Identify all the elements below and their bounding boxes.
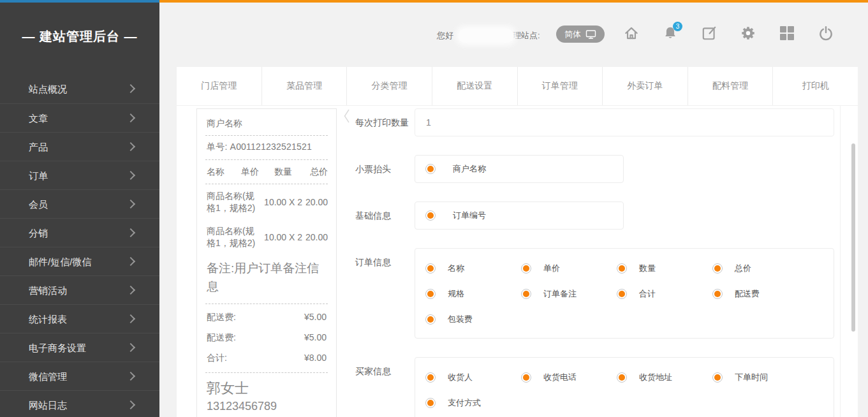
radio-option-收货地址[interactable]: 收货地址 — [617, 365, 712, 390]
receipt-fee-row: 配送费: ¥5.00 — [205, 307, 328, 328]
sidebar-item-站点概况[interactable]: 站点概况 — [0, 75, 159, 103]
radio-option-label: 名称 — [448, 263, 464, 274]
print-count-row: 每次打印数量 — [348, 108, 840, 136]
radio-option-label: 收货地址 — [639, 372, 672, 383]
radio-selected-icon[interactable] — [521, 372, 531, 383]
tab-分类管理[interactable]: 分类管理 — [346, 67, 432, 105]
sidebar-item-营销活动[interactable]: 营销活动 — [0, 275, 159, 304]
chevron-right-icon — [126, 200, 135, 208]
radio-selected-icon[interactable] — [425, 263, 436, 274]
chevron-right-icon — [126, 314, 135, 323]
header-icons: 3 — [622, 24, 835, 42]
greeting: 您好 管理站点: — [437, 29, 540, 43]
fee-label: 合计: — [207, 353, 227, 364]
radio-option-单价[interactable]: 单价 — [521, 256, 617, 281]
tab-门店管理[interactable]: 门店管理 — [177, 67, 261, 105]
sidebar-item-邮件/短信/微信[interactable]: 邮件/短信/微信 — [0, 247, 159, 275]
radio-option-商户名称[interactable]: 商户名称 — [425, 163, 486, 175]
radio-option-label: 收货人 — [448, 372, 473, 383]
fee-value: ¥5.00 — [304, 332, 327, 344]
tab-外卖订单[interactable]: 外卖订单 — [602, 67, 688, 105]
vertical-scrollbar[interactable] — [851, 143, 855, 332]
printer-settings-form: 每次打印数量 小票抬头 商户名称 基础信息 订单编号 订单信息 名称 单价 数量… — [348, 105, 840, 417]
print-count-input[interactable] — [415, 108, 834, 136]
receipt-fee-row: 合计: ¥8.00 — [205, 348, 328, 369]
tab-菜品管理[interactable]: 菜品管理 — [261, 67, 347, 105]
radio-option-数量[interactable]: 数量 — [617, 256, 712, 281]
receipt-fees: 配送费: ¥5.00 配送费: ¥5.00 合计: ¥8.00 — [205, 304, 328, 373]
chevron-right-icon — [126, 228, 135, 237]
radio-option-订单编号[interactable]: 订单编号 — [425, 210, 486, 221]
radio-option-配送费[interactable]: 配送费 — [712, 281, 808, 307]
radio-selected-icon[interactable] — [425, 314, 436, 325]
radio-selected-icon[interactable] — [712, 263, 723, 274]
chevron-right-icon — [126, 372, 135, 381]
radio-selected-icon[interactable] — [425, 289, 436, 299]
option-grid: 名称 单价 数量 总价 规格 订单备注 合计 配送费 包装费 — [425, 256, 834, 332]
radio-option-label: 数量 — [639, 263, 656, 274]
radio-option-名称[interactable]: 名称 — [425, 256, 521, 281]
radio-option-包装费[interactable]: 包装费 — [425, 307, 521, 332]
receipt-column-header: 总价 — [306, 166, 328, 178]
sidebar-item-label: 邮件/短信/微信 — [29, 256, 91, 267]
receipt-item-row: 商品名称(规格1，规格2) 10.00 X 2 20.00 — [205, 184, 328, 219]
item-total: 20.00 — [305, 197, 328, 207]
radio-option-收货电话[interactable]: 收货电话 — [521, 365, 617, 390]
radio-selected-icon[interactable] — [617, 372, 627, 383]
radio-option-总价[interactable]: 总价 — [712, 256, 808, 281]
sidebar-item-微信管理[interactable]: 微信管理 — [0, 362, 159, 390]
sidebar-item-产品[interactable]: 产品 — [0, 132, 159, 161]
tab-打印机[interactable]: 打印机 — [772, 67, 858, 105]
tab-配料管理[interactable]: 配料管理 — [688, 67, 773, 105]
gear-icon[interactable] — [739, 24, 757, 42]
radio-option-规格[interactable]: 规格 — [425, 281, 521, 307]
radio-selected-icon[interactable] — [425, 164, 436, 174]
print-count-label: 每次打印数量 — [348, 108, 415, 136]
radio-option-合计[interactable]: 合计 — [617, 281, 712, 307]
radio-selected-icon[interactable] — [425, 398, 436, 408]
sidebar-item-会员[interactable]: 会员 — [0, 189, 159, 218]
sidebar-item-电子商务设置[interactable]: 电子商务设置 — [0, 333, 159, 362]
form-section-label: 订单信息 — [348, 248, 415, 339]
radio-option-label: 商户名称 — [453, 163, 486, 175]
radio-option-收货人[interactable]: 收货人 — [425, 365, 521, 390]
tab-订单管理[interactable]: 订单管理 — [517, 67, 603, 105]
fee-label: 配送费: — [207, 332, 236, 344]
receipt-merchant: 商户名称 — [205, 113, 328, 136]
sidebar-item-分销[interactable]: 分销 — [0, 218, 159, 247]
radio-selected-icon[interactable] — [425, 372, 436, 383]
sidebar-item-文章[interactable]: 文章 — [0, 103, 159, 132]
form-section-基础信息: 基础信息 订单编号 — [348, 201, 840, 230]
radio-selected-icon[interactable] — [712, 372, 723, 383]
form-sections: 小票抬头 商户名称 基础信息 订单编号 订单信息 名称 单价 数量 总价 规格 … — [348, 155, 840, 417]
radio-selected-icon[interactable] — [617, 289, 627, 299]
power-icon[interactable] — [817, 24, 835, 42]
sidebar-item-统计报表[interactable]: 统计报表 — [0, 304, 159, 333]
radio-selected-icon[interactable] — [712, 289, 723, 299]
item-unit-qty: 10.00 X 2 — [261, 197, 305, 207]
radio-selected-icon[interactable] — [617, 263, 627, 274]
radio-selected-icon[interactable] — [521, 289, 531, 299]
main-panel: 门店管理菜品管理分类管理配送设置订单管理外卖订单配料管理打印机 商户名称 单号:… — [177, 67, 858, 417]
language-button[interactable]: 简体 — [556, 26, 605, 43]
radio-selected-icon[interactable] — [425, 210, 436, 221]
sidebar-item-label: 分销 — [29, 228, 48, 238]
option-grid: 收货人 收货电话 收货地址 下单时间 支付方式 — [425, 365, 834, 416]
receipt-item-row: 商品名称(规格1，规格2) 10.00 X 2 20.00 — [205, 219, 328, 254]
apps-icon[interactable] — [778, 24, 796, 42]
sidebar-item-网站日志[interactable]: 网站日志 — [0, 390, 159, 417]
edit-icon[interactable] — [700, 24, 718, 42]
tab-配送设置[interactable]: 配送设置 — [432, 67, 517, 105]
radio-option-订单备注[interactable]: 订单备注 — [521, 281, 617, 307]
bell-icon[interactable]: 3 — [661, 24, 679, 42]
radio-option-下单时间[interactable]: 下单时间 — [712, 365, 808, 390]
receipt-column-header: 名称 — [207, 166, 241, 178]
radio-option-支付方式[interactable]: 支付方式 — [425, 390, 521, 416]
radio-selected-icon[interactable] — [521, 263, 531, 274]
sidebar-item-订单[interactable]: 订单 — [0, 161, 159, 189]
home-icon[interactable] — [622, 24, 640, 42]
radio-option-label: 合计 — [639, 288, 656, 300]
receipt-items: 商品名称(规格1，规格2) 10.00 X 2 20.00 商品名称(规格1，规… — [205, 184, 328, 254]
chevron-right-icon — [126, 286, 135, 295]
form-section-label: 买家信息 — [348, 357, 415, 417]
